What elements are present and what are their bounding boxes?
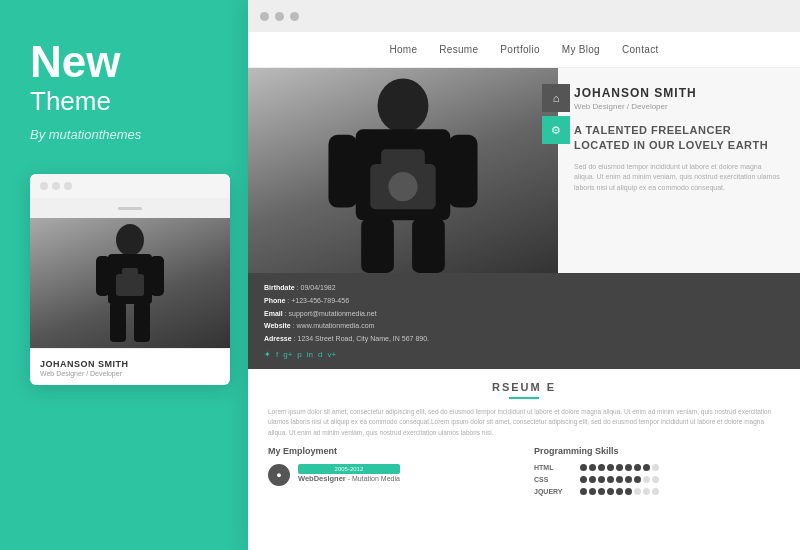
- phone-value: : +123-456-789-456: [287, 297, 349, 304]
- mini-person-role: Web Designer / Developer: [40, 370, 220, 377]
- hero-section: ⌂ ⚙ JOHANSON SMITH Web Designer / Develo…: [248, 68, 800, 273]
- hero-role: Web Designer / Developer: [574, 102, 784, 111]
- resume-heading: RSEUM E: [268, 381, 780, 399]
- svg-rect-16: [412, 218, 445, 273]
- website-preview: Home Resume Portfolio My Blog Contact: [248, 32, 800, 550]
- hero-side-icons: ⌂ ⚙: [542, 84, 570, 144]
- skill-jquery: JQUERY: [534, 488, 780, 495]
- resume-heading-text: RSEUM E: [492, 381, 556, 393]
- skill-html: HTML: [534, 464, 780, 471]
- theme-title: New: [30, 40, 120, 84]
- social-pinterest[interactable]: p: [297, 350, 301, 359]
- nav-home[interactable]: Home: [389, 44, 417, 55]
- svg-point-8: [378, 78, 429, 133]
- bottom-section: My Employment ● 2005-2012 WebDesigner - …: [248, 446, 800, 500]
- browser-window: Home Resume Portfolio My Blog Contact: [248, 0, 800, 550]
- employment-column: My Employment ● 2005-2012 WebDesigner - …: [268, 446, 514, 500]
- dot: [607, 488, 614, 495]
- mini-nav-icon: [118, 207, 142, 210]
- dot: [589, 488, 596, 495]
- dot3: [64, 182, 72, 190]
- social-gplus[interactable]: g+: [283, 350, 292, 359]
- dot: [643, 464, 650, 471]
- emp-icon: ●: [268, 464, 290, 486]
- dot: [625, 476, 632, 483]
- site-nav: Home Resume Portfolio My Blog Contact: [248, 32, 800, 68]
- dot: [616, 488, 623, 495]
- skill-jquery-dots: [580, 488, 659, 495]
- dot-empty: [643, 488, 650, 495]
- left-panel: New Theme By mutationthemes: [0, 0, 248, 550]
- mini-person-name: JOHANSON SMITH: [40, 359, 220, 369]
- dot: [616, 464, 623, 471]
- svg-rect-5: [150, 256, 164, 296]
- contact-bar: Birthdate : 09/04/1982 Phone : +123-456-…: [248, 273, 800, 369]
- mini-nav: [30, 198, 230, 218]
- dot: [598, 488, 605, 495]
- hero-person-silhouette: [313, 73, 493, 273]
- employment-title: My Employment: [268, 446, 514, 456]
- hero-settings-icon-btn[interactable]: ⚙: [542, 116, 570, 144]
- dot-empty: [643, 476, 650, 483]
- hero-home-icon-btn[interactable]: ⌂: [542, 84, 570, 112]
- hero-tagline: A TALENTED FREELANCERLOCATED IN OUR LOVE…: [574, 123, 784, 154]
- dot: [580, 476, 587, 483]
- social-icons: ✦ f g+ p in d v+: [264, 350, 784, 359]
- dot1: [40, 182, 48, 190]
- mini-name-area: JOHANSON SMITH Web Designer / Developer: [30, 348, 230, 385]
- skills-title: Programming Skills: [534, 446, 780, 456]
- dot: [598, 476, 605, 483]
- svg-rect-4: [96, 256, 110, 296]
- dot-empty: [652, 476, 659, 483]
- dot: [580, 488, 587, 495]
- browser-bar: [248, 0, 800, 32]
- nav-blog[interactable]: My Blog: [562, 44, 600, 55]
- dot: [589, 476, 596, 483]
- emp-job-title: WebDesigner: [298, 474, 346, 483]
- browser-dot2: [275, 12, 284, 21]
- contact-website: Website : www.mutationmedia.com: [264, 321, 784, 331]
- dot: [634, 476, 641, 483]
- dot: [607, 476, 614, 483]
- social-vimeo[interactable]: v+: [328, 350, 337, 359]
- hero-name: JOHANSON SMITH: [574, 86, 784, 100]
- skill-css: CSS: [534, 476, 780, 483]
- social-linkedin[interactable]: in: [307, 350, 313, 359]
- address-label: Adresse: [264, 335, 292, 342]
- emp-details: WebDesigner - Mutation Media: [298, 474, 400, 483]
- dot: [625, 464, 632, 471]
- skill-html-dots: [580, 464, 659, 471]
- resume-section: RSEUM E Lorem ipsum dolor sit amet, cons…: [248, 369, 800, 446]
- skills-column: Programming Skills HTML: [534, 446, 780, 500]
- skill-jquery-label: JQUERY: [534, 488, 574, 495]
- resume-text: Lorem ipsum dolor sit amet, consectetur …: [268, 407, 780, 438]
- dot-empty: [652, 488, 659, 495]
- phone-label: Phone: [264, 297, 285, 304]
- birthdate-label: Birthdate: [264, 284, 295, 291]
- nav-portfolio[interactable]: Portfolio: [500, 44, 539, 55]
- contact-address: Adresse : 1234 Street Road, City Name, I…: [264, 334, 784, 344]
- dot: [598, 464, 605, 471]
- social-dribbble[interactable]: d: [318, 350, 322, 359]
- mini-preview-card: JOHANSON SMITH Web Designer / Developer: [30, 174, 230, 385]
- svg-rect-6: [110, 302, 126, 342]
- mini-photo: [30, 218, 230, 348]
- dot2: [52, 182, 60, 190]
- hero-info: ⌂ ⚙ JOHANSON SMITH Web Designer / Develo…: [558, 68, 800, 273]
- theme-by: By mutationthemes: [30, 127, 141, 142]
- contact-birthdate: Birthdate : 09/04/1982: [264, 283, 784, 293]
- emp-icon-symbol: ●: [276, 470, 281, 480]
- browser-dot3: [290, 12, 299, 21]
- social-facebook[interactable]: f: [276, 350, 278, 359]
- email-value: : support@mutationmedia.net: [285, 310, 377, 317]
- nav-contact[interactable]: Contact: [622, 44, 659, 55]
- skill-css-dots: [580, 476, 659, 483]
- svg-rect-11: [381, 149, 425, 169]
- svg-rect-3: [122, 268, 138, 278]
- contact-details: Birthdate : 09/04/1982 Phone : +123-456-…: [264, 283, 784, 359]
- svg-point-12: [388, 172, 417, 201]
- dot: [634, 464, 641, 471]
- nav-resume[interactable]: Resume: [439, 44, 478, 55]
- dot: [607, 464, 614, 471]
- social-twitter[interactable]: ✦: [264, 350, 271, 359]
